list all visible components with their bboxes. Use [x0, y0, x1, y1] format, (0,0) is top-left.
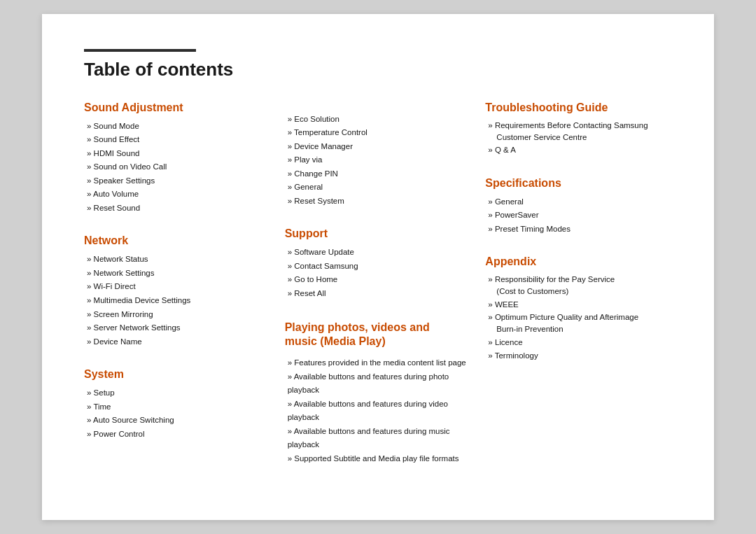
list-item: Responsibility for the Pay Service(Cost …: [485, 274, 672, 298]
list-item: General: [285, 181, 472, 195]
list-item: Setup: [84, 386, 271, 400]
list-item: Reset Sound: [84, 202, 271, 216]
list-item: Network Status: [84, 253, 271, 267]
section-media-play: Playing photos, videos andmusic (Media P…: [285, 321, 472, 466]
section-title-system: System: [84, 368, 271, 381]
list-item: HDMI Sound: [84, 147, 271, 161]
list-item: Sound Effect: [84, 133, 271, 147]
list-item: Change PIN: [285, 167, 472, 181]
section-sound-adjustment: Sound Adjustment Sound Mode Sound Effect…: [84, 101, 271, 216]
section-items-network: Network Status Network Settings Wi-Fi Di…: [84, 253, 271, 349]
section-title-appendix: Appendix: [485, 255, 672, 268]
header-bar: [84, 49, 196, 52]
list-item: Reset All: [285, 287, 472, 301]
list-item: Sound on Video Call: [84, 160, 271, 174]
list-item: Network Settings: [84, 267, 271, 281]
list-item: Auto Volume: [84, 188, 271, 202]
list-item: Auto Source Switching: [84, 414, 271, 428]
list-item: Temperature Control: [285, 126, 472, 140]
list-item: Eco Solution: [285, 113, 472, 127]
section-title-network: Network: [84, 234, 271, 247]
section-network: Network Network Status Network Settings …: [84, 234, 271, 349]
list-item: Licence: [485, 336, 672, 350]
section-title-specifications: Specifications: [485, 177, 672, 190]
list-item: Power Control: [84, 428, 271, 442]
column-3: Troubleshooting Guide Requirements Befor…: [485, 101, 672, 486]
list-item: Play via: [285, 153, 472, 167]
section-system-cont: Eco Solution Temperature Control Device …: [285, 113, 472, 209]
list-item: Wi-Fi Direct: [84, 280, 271, 294]
list-item: Available buttons and features during ph…: [285, 370, 472, 398]
section-items-support: Software Update Contact Samsung Go to Ho…: [285, 246, 472, 300]
list-item: Reset System: [285, 195, 472, 209]
list-item: Terminology: [485, 349, 672, 363]
list-item: Preset Timing Modes: [485, 223, 672, 237]
list-item: Multimedia Device Settings: [84, 294, 271, 308]
column-2: Eco Solution Temperature Control Device …: [285, 101, 472, 486]
section-title-sound-adjustment: Sound Adjustment: [84, 101, 271, 114]
list-item: Screen Mirroring: [84, 308, 271, 322]
list-item: PowerSaver: [485, 209, 672, 223]
section-items-troubleshooting: Requirements Before Contacting SamsungCu…: [485, 120, 672, 157]
list-item: Available buttons and features during vi…: [285, 398, 472, 425]
list-item: Device Manager: [285, 140, 472, 154]
section-items-specifications: General PowerSaver Preset Timing Modes: [485, 195, 672, 237]
list-item: Requirements Before Contacting SamsungCu…: [485, 120, 672, 144]
section-title-media-play: Playing photos, videos andmusic (Media P…: [285, 321, 472, 350]
section-support: Support Software Update Contact Samsung …: [285, 227, 472, 300]
list-item: Sound Mode: [84, 120, 271, 134]
toc-header: Table of contents: [84, 49, 672, 80]
list-item: Go to Home: [285, 273, 472, 287]
section-items-media-play: Features provided in the media content l…: [285, 356, 472, 465]
list-item: Software Update: [285, 246, 472, 260]
list-item: Time: [84, 400, 271, 414]
section-title-support: Support: [285, 227, 472, 240]
list-item: Server Network Settings: [84, 321, 271, 335]
list-item: Device Name: [84, 335, 271, 349]
section-specifications: Specifications General PowerSaver Preset…: [485, 177, 672, 237]
page: Table of contents Sound Adjustment Sound…: [42, 14, 714, 521]
column-1: Sound Adjustment Sound Mode Sound Effect…: [84, 101, 271, 486]
section-system: System Setup Time Auto Source Switching …: [84, 368, 271, 441]
list-item: General: [485, 195, 672, 209]
list-item: WEEE: [485, 298, 672, 312]
list-item: Q & A: [485, 143, 672, 157]
section-items-sound-adjustment: Sound Mode Sound Effect HDMI Sound Sound…: [84, 120, 271, 216]
list-item: Speaker Settings: [84, 174, 271, 188]
list-item: Supported Subtitle and Media play file f…: [285, 452, 472, 466]
list-item: Contact Samsung: [285, 260, 472, 274]
toc-columns: Sound Adjustment Sound Mode Sound Effect…: [84, 101, 672, 486]
section-items-system: Setup Time Auto Source Switching Power C…: [84, 386, 271, 441]
section-troubleshooting: Troubleshooting Guide Requirements Befor…: [485, 101, 672, 157]
list-item: Features provided in the media content l…: [285, 356, 472, 370]
section-items-appendix: Responsibility for the Pay Service(Cost …: [485, 274, 672, 363]
section-appendix: Appendix Responsibility for the Pay Serv…: [485, 255, 672, 363]
section-title-troubleshooting: Troubleshooting Guide: [485, 101, 672, 114]
list-item: Available buttons and features during mu…: [285, 425, 472, 452]
page-title: Table of contents: [84, 59, 672, 80]
section-items-system-cont: Eco Solution Temperature Control Device …: [285, 113, 472, 209]
list-item: Optimum Picture Quality and AfterimageBu…: [485, 311, 672, 336]
